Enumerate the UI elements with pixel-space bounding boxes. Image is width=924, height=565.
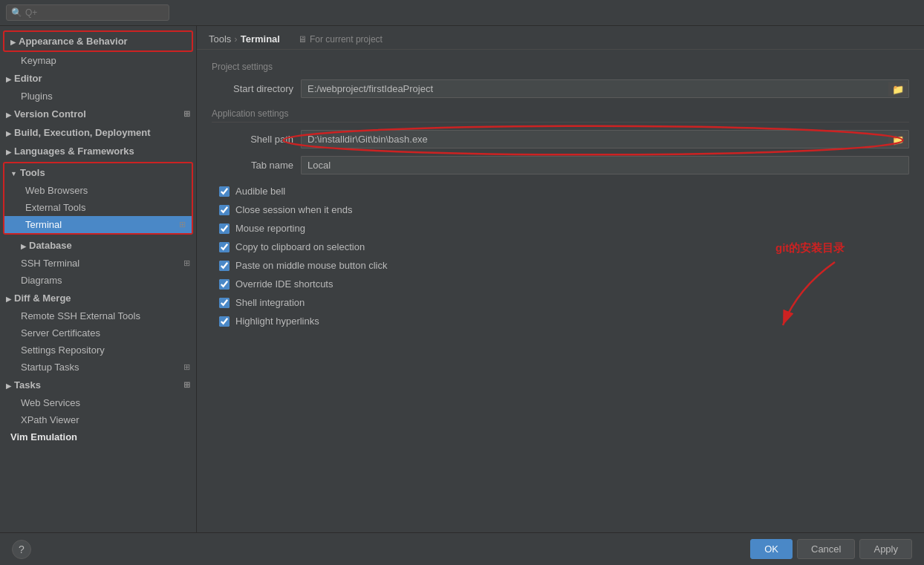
- sidebar-item-label: Startup Tasks: [21, 362, 79, 373]
- search-box[interactable]: 🔍: [6, 4, 169, 21]
- checkbox-mouse-reporting-label: Mouse reporting: [235, 223, 305, 234]
- sidebar-item-database[interactable]: Database: [0, 236, 196, 255]
- sidebar-item-label: Web Services: [21, 397, 80, 408]
- checkbox-paste-middle-label: Paste on middle mouse button click: [235, 260, 388, 271]
- sidebar-item-label: Diff & Merge: [14, 293, 71, 304]
- shell-path-section: Shell path 📁: [212, 130, 909, 148]
- sidebar-item-web-browsers[interactable]: Web Browsers: [4, 182, 192, 199]
- sidebar-item-label: Terminal: [25, 219, 62, 230]
- shell-path-row: Shell path 📁: [212, 130, 909, 148]
- sidebar-item-label: Server Certificates: [21, 327, 100, 339]
- sidebar-item-label: Appearance & Behavior: [19, 36, 128, 47]
- sidebar-item-label: Plugins: [21, 91, 53, 102]
- sidebar-item-version-control[interactable]: Version Control ⊞: [0, 105, 196, 123]
- sidebar-item-label: Web Browsers: [25, 185, 88, 196]
- sidebar-item-tasks[interactable]: Tasks ⊞: [0, 376, 196, 394]
- sidebar-item-languages[interactable]: Languages & Frameworks: [0, 142, 196, 160]
- top-search-bar: 🔍: [0, 0, 924, 26]
- start-directory-browse-button[interactable]: 📁: [888, 82, 908, 96]
- checkbox-paste-middle-input[interactable]: [219, 261, 230, 271]
- sidebar-item-xpath-viewer[interactable]: XPath Viewer: [0, 411, 196, 428]
- checkbox-copy-clipboard-label: Copy to clipboard on selection: [235, 241, 365, 252]
- breadcrumb-separator: ›: [234, 33, 237, 45]
- search-input[interactable]: [25, 7, 164, 18]
- arrow-down-icon: [10, 167, 17, 178]
- sidebar-item-label: XPath Viewer: [21, 414, 79, 425]
- sidebar-item-terminal[interactable]: Terminal ⊞: [4, 216, 192, 233]
- sidebar-item-label: Database: [29, 240, 72, 251]
- for-current-project[interactable]: 🖥 For current project: [298, 34, 383, 45]
- sidebar-item-label: Version Control: [14, 108, 86, 120]
- sidebar-item-editor[interactable]: Editor: [0, 69, 196, 88]
- shell-path-browse-button[interactable]: 📁: [888, 132, 908, 146]
- sidebar-item-ssh-terminal[interactable]: SSH Terminal ⊞: [0, 255, 196, 272]
- start-directory-input[interactable]: [301, 79, 909, 98]
- sidebar-item-tools[interactable]: Tools: [4, 163, 192, 182]
- startup-icon: ⊞: [183, 362, 190, 372]
- checkbox-highlight-hyperlinks-input[interactable]: [219, 316, 230, 327]
- tab-name-input-wrapper: [301, 156, 909, 174]
- checkbox-close-session[interactable]: Close session when it ends: [219, 200, 909, 219]
- sidebar-item-settings-repo[interactable]: Settings Repository: [0, 342, 196, 359]
- app-settings-label: Application settings: [212, 108, 909, 123]
- arrow-right-icon: [6, 379, 11, 391]
- checkbox-mouse-reporting[interactable]: Mouse reporting: [219, 219, 909, 238]
- terminal-icon: ⊞: [179, 220, 186, 229]
- sidebar-item-web-services[interactable]: Web Services: [0, 394, 196, 411]
- sidebar-item-appearance[interactable]: Appearance & Behavior: [4, 32, 192, 50]
- checkbox-copy-clipboard[interactable]: Copy to clipboard on selection: [219, 238, 909, 256]
- checkbox-shell-integration-input[interactable]: [219, 298, 230, 308]
- ok-button[interactable]: OK: [750, 539, 793, 559]
- settings-body: Project settings Start directory 📁 Appli…: [197, 50, 924, 532]
- arrow-right-icon: [6, 127, 11, 138]
- breadcrumb-current: Terminal: [241, 33, 280, 45]
- sidebar-item-label: SSH Terminal: [21, 258, 79, 269]
- sidebar-item-remote-ssh[interactable]: Remote SSH External Tools: [0, 307, 196, 324]
- sidebar-item-label: Remote SSH External Tools: [21, 310, 140, 321]
- sidebar-item-label: Languages & Frameworks: [14, 146, 134, 157]
- sidebar-item-label: Vim Emulation: [10, 431, 77, 442]
- sidebar-item-startup-tasks[interactable]: Startup Tasks ⊞: [0, 359, 196, 376]
- help-button[interactable]: ?: [12, 540, 31, 559]
- sidebar-item-diagrams[interactable]: Diagrams: [0, 272, 196, 289]
- start-directory-label: Start directory: [212, 83, 293, 94]
- ssh-icon: ⊞: [183, 258, 190, 268]
- checkboxes-section: Audible bell Close session when it ends …: [212, 182, 909, 330]
- checkbox-audible-bell-input[interactable]: [219, 186, 230, 197]
- checkbox-highlight-hyperlinks[interactable]: Highlight hyperlinks: [219, 312, 909, 330]
- sidebar-item-label: Editor: [14, 73, 42, 84]
- sidebar-item-keymap[interactable]: Keymap: [0, 52, 196, 69]
- start-directory-input-wrapper: 📁: [301, 79, 909, 98]
- main-layout: Appearance & Behavior Keymap Editor Plug…: [0, 26, 924, 532]
- shell-path-input-wrapper: 📁: [301, 130, 909, 148]
- bottom-bar: ? OK Cancel Apply: [0, 532, 924, 565]
- arrow-right-icon: [6, 73, 11, 84]
- sidebar-item-label: External Tools: [25, 202, 85, 213]
- checkbox-close-session-label: Close session when it ends: [235, 204, 353, 215]
- sidebar-item-external-tools[interactable]: External Tools: [4, 199, 192, 216]
- arrow-right-icon: [10, 36, 16, 47]
- sidebar-item-server-certs[interactable]: Server Certificates: [0, 324, 196, 342]
- checkbox-audible-bell[interactable]: Audible bell: [219, 182, 909, 200]
- cancel-button[interactable]: Cancel: [797, 539, 855, 559]
- sidebar-item-label: Build, Execution, Deployment: [14, 127, 150, 138]
- arrow-right-icon: [21, 240, 26, 251]
- checkbox-override-ide-input[interactable]: [219, 279, 230, 290]
- sidebar-item-label: Keymap: [21, 55, 56, 66]
- sidebar-item-plugins[interactable]: Plugins: [0, 88, 196, 105]
- apply-button[interactable]: Apply: [859, 539, 912, 559]
- sidebar-item-build[interactable]: Build, Execution, Deployment: [0, 123, 196, 142]
- checkbox-copy-clipboard-input[interactable]: [219, 242, 230, 252]
- checkbox-paste-middle[interactable]: Paste on middle mouse button click: [219, 256, 909, 275]
- sidebar-item-vim-emulation[interactable]: Vim Emulation: [0, 428, 196, 445]
- checkbox-override-ide[interactable]: Override IDE shortcuts: [219, 275, 909, 293]
- sidebar-item-label: Settings Repository: [21, 344, 105, 356]
- checkbox-mouse-reporting-input[interactable]: [219, 223, 230, 234]
- start-directory-row: Start directory 📁: [212, 79, 909, 98]
- checkbox-close-session-input[interactable]: [219, 205, 230, 215]
- arrow-right-icon: [6, 146, 11, 157]
- shell-path-input[interactable]: [301, 130, 909, 148]
- checkbox-shell-integration[interactable]: Shell integration: [219, 293, 909, 312]
- sidebar-item-diff-merge[interactable]: Diff & Merge: [0, 289, 196, 307]
- tab-name-input[interactable]: [301, 156, 909, 174]
